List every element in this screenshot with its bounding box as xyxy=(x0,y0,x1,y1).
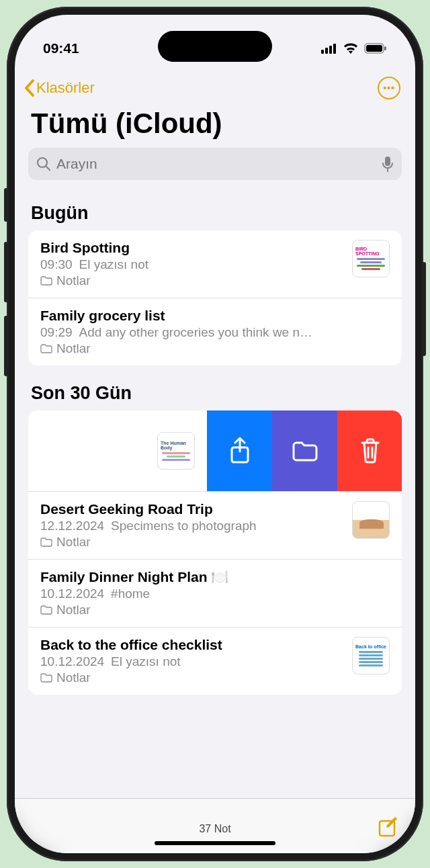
folder-icon xyxy=(40,344,52,353)
note-preview: El yazısı not xyxy=(79,257,149,272)
note-thumbnail: Back to office xyxy=(352,637,390,675)
folder-icon xyxy=(40,276,52,286)
back-label: Klasörler xyxy=(36,79,95,97)
note-thumbnail: The Human Body xyxy=(157,432,195,470)
compose-button[interactable] xyxy=(378,817,399,841)
section-header-today: Bugün xyxy=(15,185,415,230)
svg-rect-6 xyxy=(384,46,386,50)
screen: 09:41 Klasörler ••• Tümü (iCloud) xyxy=(15,15,415,853)
last30-card: ny The Human Body xyxy=(28,410,402,695)
note-time: 09:30 xyxy=(40,257,73,272)
note-folder-label: Notlar xyxy=(56,670,91,685)
folder-icon xyxy=(40,537,52,547)
note-row[interactable]: Back to the office checklist 10.12.2024 … xyxy=(28,627,402,695)
note-time: 09:29 xyxy=(40,325,73,340)
compose-icon xyxy=(378,817,399,838)
search-icon xyxy=(36,157,51,171)
mic-icon[interactable] xyxy=(382,156,394,172)
svg-rect-3 xyxy=(333,44,336,54)
note-title: Family grocery list xyxy=(40,308,390,324)
share-icon xyxy=(228,437,251,465)
search-input[interactable] xyxy=(56,156,376,172)
note-row[interactable]: Family Dinner Night Plan 🍽️ 10.12.2024 #… xyxy=(28,560,402,627)
note-time: 12.12.2024 xyxy=(40,519,104,533)
svg-rect-9 xyxy=(385,157,390,166)
svg-rect-0 xyxy=(321,50,324,54)
note-folder-label: Notlar xyxy=(56,535,91,550)
volume-switch xyxy=(4,188,8,222)
note-folder-label: Notlar xyxy=(56,273,91,288)
swipe-move-button[interactable] xyxy=(272,410,337,491)
nav-bar: Klasörler ••• xyxy=(15,69,415,105)
folder-icon xyxy=(40,673,52,683)
volume-up xyxy=(4,242,8,302)
note-thumbnail: BIRD SPOTTING xyxy=(352,240,390,277)
page-title: Tümü (iCloud) xyxy=(15,105,415,148)
swipe-delete-button[interactable] xyxy=(337,410,402,491)
folder-icon xyxy=(292,440,318,462)
note-time: 10.12.2024 xyxy=(40,654,104,669)
note-row[interactable]: Bird Spotting 09:30 El yazısı not Notlar… xyxy=(28,230,402,298)
note-title: Desert Geeking Road Trip xyxy=(40,501,390,517)
search-field[interactable] xyxy=(28,148,402,180)
cellular-icon xyxy=(321,43,337,54)
note-row[interactable]: Family grocery list 09:29 Add any other … xyxy=(28,298,402,365)
note-time: 10.12.2024 xyxy=(40,587,104,601)
svg-line-8 xyxy=(46,167,50,171)
back-button[interactable]: Klasörler xyxy=(23,79,95,97)
section-header-last30: Son 30 Gün xyxy=(15,365,415,410)
power-button xyxy=(422,262,426,356)
note-row[interactable]: Desert Geeking Road Trip 12.12.2024 Spec… xyxy=(28,492,402,560)
note-title: Family Dinner Night Plan 🍽️ xyxy=(40,569,390,585)
device-frame: 09:41 Klasörler ••• Tümü (iCloud) xyxy=(7,7,423,861)
dynamic-island xyxy=(158,31,272,62)
note-folder-label: Notlar xyxy=(56,603,91,617)
trash-icon xyxy=(359,437,381,464)
note-title: Bird Spotting xyxy=(40,240,390,256)
note-folder-label: Notlar xyxy=(56,341,91,356)
wifi-icon xyxy=(343,43,359,54)
note-count: 37 Not xyxy=(199,823,230,835)
note-title: ny xyxy=(28,443,157,459)
battery-icon xyxy=(364,43,387,54)
home-indicator[interactable] xyxy=(155,841,275,845)
note-preview: Add any other groceries you think we n… xyxy=(79,325,312,340)
note-preview: #home xyxy=(111,587,150,601)
note-title: Back to the office checklist xyxy=(40,637,390,653)
status-time: 09:41 xyxy=(43,40,79,56)
folder-icon xyxy=(40,605,52,615)
more-button[interactable]: ••• xyxy=(378,77,400,99)
note-preview: El yazısı not xyxy=(111,654,181,669)
today-card: Bird Spotting 09:30 El yazısı not Notlar… xyxy=(28,230,402,365)
svg-rect-1 xyxy=(325,48,328,54)
note-thumbnail xyxy=(352,501,390,539)
swipe-share-button[interactable] xyxy=(207,410,272,491)
svg-rect-5 xyxy=(366,45,382,52)
chevron-left-icon xyxy=(23,79,35,97)
svg-rect-2 xyxy=(329,46,332,54)
volume-down xyxy=(4,316,8,376)
note-preview: Specimens to photograph xyxy=(111,519,257,533)
note-row-swiped[interactable]: ny The Human Body xyxy=(28,410,402,492)
